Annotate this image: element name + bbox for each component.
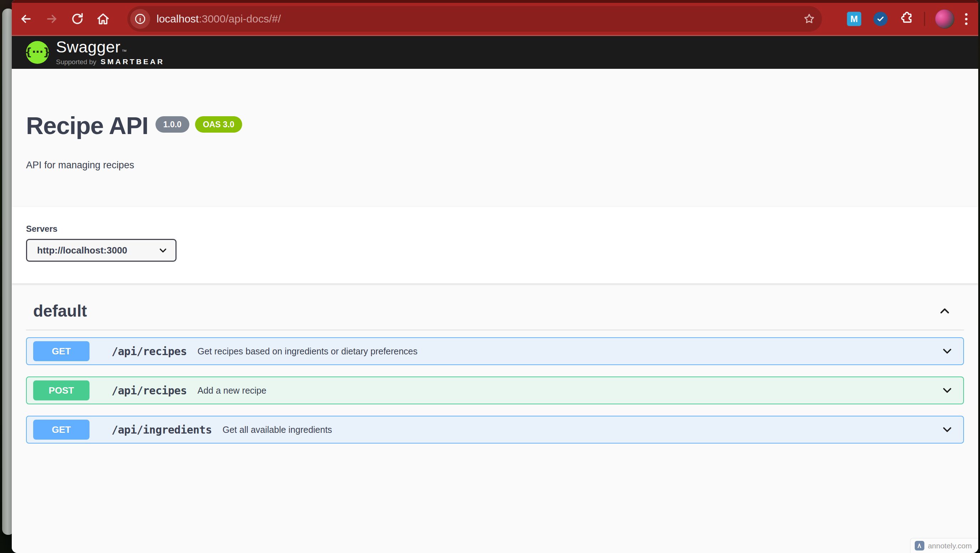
home-button[interactable]	[94, 10, 111, 27]
forward-button[interactable]	[43, 10, 60, 27]
tag-name: default	[33, 301, 87, 321]
endpoint-path: /api/ingredients	[111, 424, 212, 436]
chevron-down-icon	[158, 245, 168, 256]
extension-check-button[interactable]	[873, 12, 888, 26]
api-info-section: Recipe API 1.0.0 OAS 3.0 API for managin…	[12, 69, 978, 207]
star-icon	[803, 13, 816, 25]
oas-badge: OAS 3.0	[195, 116, 242, 133]
info-icon	[134, 13, 146, 25]
servers-label: Servers	[26, 224, 964, 234]
endpoint-summary: Get recipes based on ingredients or diet…	[197, 346, 418, 356]
chevron-down-icon	[940, 384, 954, 397]
browser-window: localhost:3000/api-docs/#/ M	[12, 0, 978, 553]
forward-icon	[45, 12, 59, 25]
method-badge: GET	[33, 420, 89, 440]
back-icon	[19, 12, 33, 25]
swagger-wordmark: Swagger	[56, 39, 121, 55]
kebab-dot	[965, 22, 967, 25]
back-button[interactable]	[18, 10, 35, 27]
expand-operation-button[interactable]	[940, 345, 954, 358]
api-description: API for managing recipes	[26, 160, 964, 171]
reload-icon	[71, 12, 84, 25]
endpoint-summary: Get all available ingredients	[223, 425, 332, 435]
check-icon	[876, 14, 885, 24]
expand-operation-button[interactable]	[940, 423, 954, 436]
home-icon	[96, 12, 110, 26]
smartbear-wordmark: SMARTBEAR	[100, 57, 164, 66]
swagger-page: Recipe API 1.0.0 OAS 3.0 API for managin…	[12, 69, 978, 553]
chevron-down-icon	[940, 345, 954, 358]
tag-header-default[interactable]: default	[26, 301, 964, 330]
desktop: localhost:3000/api-docs/#/ M	[0, 0, 980, 553]
profile-avatar[interactable]	[935, 9, 955, 29]
opblock-get-ingredients[interactable]: GET /api/ingredients Get all available i…	[26, 416, 964, 443]
chevron-down-icon	[940, 423, 954, 436]
operations-section: default GET /api/recipes Get recipes bas…	[12, 301, 978, 443]
swagger-brand: Swagger ™ Supported by SMARTBEAR	[56, 39, 164, 66]
site-info-button[interactable]	[130, 9, 150, 29]
opblock-post-recipes[interactable]: POST /api/recipes Add a new recipe	[26, 377, 964, 404]
method-badge: GET	[33, 341, 89, 361]
swagger-logo-icon: {···}	[26, 41, 49, 64]
expand-operation-button[interactable]	[940, 384, 954, 397]
toolbar-separator	[924, 12, 925, 26]
reload-button[interactable]	[69, 10, 86, 27]
browser-menu-button[interactable]	[965, 13, 967, 25]
kebab-dot	[965, 13, 967, 16]
servers-select[interactable]: http://localhost:3000	[26, 239, 177, 262]
url-text[interactable]: localhost:3000/api-docs/#/	[157, 13, 803, 25]
method-badge: POST	[33, 380, 89, 400]
page-title: Recipe API	[26, 113, 148, 138]
swagger-logo-glyph: {···}	[25, 46, 50, 58]
annotely-icon	[915, 541, 924, 550]
servers-select-value: http://localhost:3000	[37, 245, 127, 256]
address-bar[interactable]: localhost:3000/api-docs/#/	[127, 6, 822, 32]
swagger-topbar: {···} Swagger ™ Supported by SMARTBEAR	[12, 36, 978, 69]
opblock-get-recipes[interactable]: GET /api/recipes Get recipes based on in…	[26, 337, 964, 365]
kebab-dot	[965, 18, 967, 20]
bookmark-button[interactable]	[803, 13, 816, 25]
trademark-symbol: ™	[122, 48, 127, 54]
endpoint-summary: Add a new recipe	[197, 385, 266, 396]
extension-m-button[interactable]: M	[847, 12, 861, 26]
chevron-up-icon[interactable]	[937, 304, 952, 318]
extension-m-label: M	[851, 14, 858, 24]
annotely-watermark: annotely.com	[910, 538, 978, 553]
puzzle-icon	[898, 11, 914, 27]
extensions-menu-button[interactable]	[898, 11, 914, 27]
endpoint-path: /api/recipes	[111, 385, 187, 397]
version-badge: 1.0.0	[156, 116, 189, 133]
servers-section: Servers http://localhost:3000	[12, 207, 978, 283]
operations-list: GET /api/recipes Get recipes based on in…	[26, 330, 964, 443]
url-path: :3000/api-docs/#/	[199, 13, 281, 25]
browser-toolbar: localhost:3000/api-docs/#/ M	[12, 0, 978, 36]
url-host: localhost	[157, 13, 199, 25]
annotely-text: annotely.com	[928, 542, 972, 550]
supported-by-label: Supported by	[56, 58, 96, 66]
endpoint-path: /api/recipes	[111, 345, 187, 358]
